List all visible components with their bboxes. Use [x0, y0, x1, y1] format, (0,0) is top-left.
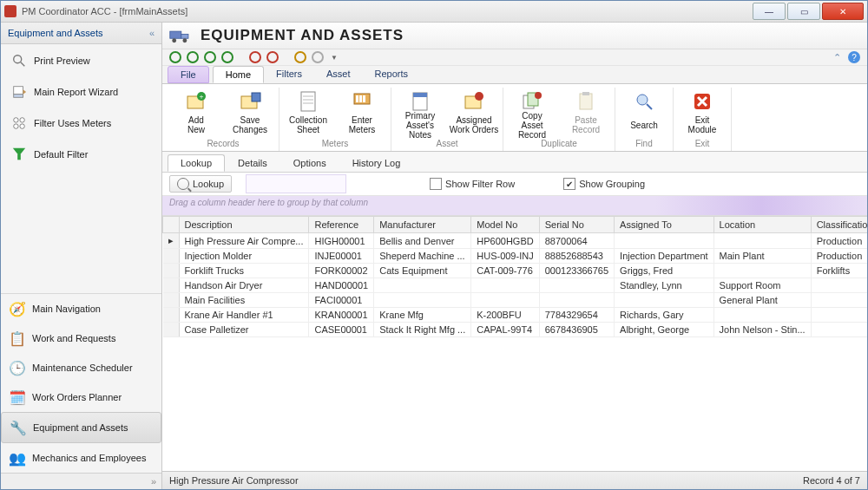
- sidebar-nav-item[interactable]: 🔧Equipment and Assets: [1, 412, 161, 443]
- nav-next-icon[interactable]: [204, 51, 216, 63]
- sidebar-top-item[interactable]: Print Preview: [4, 49, 158, 72]
- table-row[interactable]: Case PalletizerCASE00001Stack It Right M…: [163, 323, 868, 337]
- sidebar-item-icon: [11, 115, 27, 131]
- table-row[interactable]: Krane Air Handler #1KRAN00001Krane MfgK-…: [163, 308, 868, 323]
- maximize-button[interactable]: ▭: [787, 3, 820, 20]
- group-by-bar[interactable]: Drag a column header here to group by th…: [162, 196, 867, 216]
- cell: [471, 278, 539, 293]
- nav-first-icon[interactable]: [169, 51, 181, 63]
- svg-rect-26: [359, 95, 362, 102]
- ribbon-item-label: Save Changes: [233, 115, 267, 134]
- qa-icon-1[interactable]: [249, 51, 261, 63]
- table-row[interactable]: Forklift TrucksFORK00002Cats EquipmentCA…: [163, 264, 868, 278]
- ribbon-item[interactable]: Copy Asset Record: [507, 88, 557, 136]
- sub-tabs: LookupDetailsOptionsHistory Log: [162, 152, 867, 173]
- cell: 000123366765: [539, 264, 614, 278]
- cell: Case Palletizer: [179, 323, 309, 337]
- status-right: Record 4 of 7: [803, 475, 860, 486]
- sidebar-nav-item[interactable]: 📋Work and Requests: [1, 323, 161, 353]
- ribbon-item[interactable]: Exit Module: [677, 88, 727, 136]
- ribbon-item[interactable]: Enter Meters: [337, 88, 387, 136]
- search-icon: [177, 178, 189, 190]
- ribbon-tab-file[interactable]: File: [168, 66, 209, 83]
- ribbon-item-icon: [462, 89, 486, 114]
- column-header[interactable]: Manufacturer: [374, 217, 471, 233]
- qa-dropdown-icon[interactable]: ▼: [331, 54, 338, 62]
- ribbon-item[interactable]: ＋Add New: [171, 88, 221, 136]
- nav-last-icon[interactable]: [221, 51, 233, 63]
- cell: [615, 233, 714, 249]
- row-indicator: [163, 249, 180, 264]
- chevron-right-icon[interactable]: »: [151, 476, 156, 487]
- sidebar-footer: »: [1, 473, 161, 489]
- ribbon-item[interactable]: Collection Sheet: [283, 88, 333, 136]
- svg-point-13: [172, 38, 176, 42]
- svg-rect-29: [413, 93, 427, 97]
- sidebar-nav-item[interactable]: 🧭Main Navigation: [1, 294, 161, 323]
- column-header[interactable]: Assigned To: [615, 217, 714, 233]
- show-filter-row-check[interactable]: Show Filter Row: [430, 178, 515, 190]
- sidebar-item-label: Work Orders Planner: [32, 392, 122, 402]
- ribbon-expand-icon[interactable]: ⌃: [833, 52, 841, 63]
- sidebar-item-label: Main Report Wizard: [34, 87, 118, 97]
- sub-tab[interactable]: Options: [280, 154, 339, 172]
- cell: [471, 293, 539, 308]
- data-grid[interactable]: DescriptionReferenceManufacturerModel No…: [162, 216, 867, 471]
- minimize-button[interactable]: —: [753, 3, 786, 20]
- ribbon-tab[interactable]: Home: [213, 66, 264, 83]
- lookup-button[interactable]: Lookup: [169, 175, 232, 193]
- table-row[interactable]: Injection MolderINJE00001Sheperd Machine…: [163, 249, 868, 264]
- close-button[interactable]: ✕: [822, 3, 864, 20]
- sub-tab[interactable]: Lookup: [168, 154, 225, 172]
- svg-rect-25: [356, 95, 358, 102]
- window-title: PM Coordinator ACC - [frmMainAssets]: [22, 6, 751, 16]
- row-indicator: [163, 293, 180, 308]
- table-row[interactable]: ▸High Pressure Air Compre...HIGH00001Bel…: [163, 233, 868, 249]
- qa-icon-4[interactable]: [312, 51, 324, 63]
- svg-rect-10: [17, 154, 21, 160]
- ribbon-item[interactable]: Search: [619, 88, 669, 136]
- ribbon-item-icon: [350, 89, 374, 114]
- lookup-input[interactable]: [246, 174, 346, 193]
- column-header[interactable]: Serial No: [539, 217, 614, 233]
- cell: Richards, Gary: [615, 308, 714, 323]
- svg-line-38: [647, 104, 652, 109]
- sidebar-top-item[interactable]: Default Filter: [4, 143, 158, 166]
- ribbon-item[interactable]: Save Changes: [225, 88, 275, 136]
- ribbon-tab[interactable]: Filters: [264, 66, 314, 83]
- ribbon-item[interactable]: Primary Asset's Notes: [395, 88, 445, 136]
- sidebar-top-item[interactable]: Filter Uses Meters: [4, 112, 158, 134]
- sidebar-item-icon: [11, 84, 27, 100]
- qa-icon-3[interactable]: [294, 51, 306, 63]
- sub-tab[interactable]: Details: [225, 154, 280, 172]
- cell: Krane Mfg: [374, 308, 471, 323]
- ribbon-group: Primary Asset's NotesAssigned Work Order…: [391, 88, 503, 151]
- table-row[interactable]: Handson Air DryerHAND00001Standley, Lynn…: [163, 278, 868, 293]
- column-header[interactable]: Model No: [471, 217, 539, 233]
- ribbon-tab[interactable]: Asset: [314, 66, 363, 83]
- cell: Injection Department: [615, 249, 714, 264]
- sidebar-nav-item[interactable]: 👥Mechanics and Employees: [1, 443, 161, 473]
- ribbon-group-label: Meters: [322, 136, 349, 151]
- sidebar-top-item[interactable]: Main Report Wizard: [4, 81, 158, 103]
- show-grouping-check[interactable]: ✔ Show Grouping: [563, 178, 645, 190]
- ribbon-group-label: Asset: [436, 136, 457, 151]
- sidebar-nav-item[interactable]: 🕒Maintenance Scheduler: [1, 353, 161, 382]
- column-header[interactable]: Description: [179, 217, 309, 233]
- column-header[interactable]: Reference: [309, 217, 374, 233]
- nav-prev-icon[interactable]: [187, 51, 199, 63]
- sub-tab[interactable]: History Log: [339, 154, 414, 172]
- column-header[interactable]: Location: [713, 217, 811, 233]
- table-row[interactable]: Main FacilitiesFACI00001General Plant: [163, 293, 868, 308]
- sidebar-nav-item[interactable]: 🗓️Work Orders Planner: [1, 382, 161, 412]
- cell: Production: [811, 233, 867, 249]
- ribbon-item[interactable]: Assigned Work Orders: [449, 88, 499, 136]
- column-header[interactable]: Classification: [811, 217, 867, 233]
- qa-icon-2[interactable]: [266, 51, 279, 63]
- sidebar-header[interactable]: Equipment and Assets «: [1, 23, 161, 44]
- status-left: High Pressure Air Compressor: [169, 475, 299, 486]
- help-icon[interactable]: ?: [848, 51, 860, 63]
- cell: CAT-009-776: [471, 264, 539, 278]
- sidebar-item-label: Default Filter: [34, 149, 88, 160]
- ribbon-tab[interactable]: Reports: [363, 66, 421, 83]
